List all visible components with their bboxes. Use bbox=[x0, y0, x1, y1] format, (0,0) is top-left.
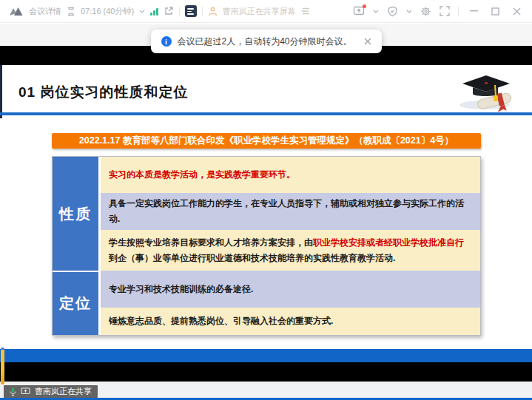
share-select-icon[interactable] bbox=[353, 6, 365, 16]
table-group: 定位专业学习和技术技能训练的必备途径.锤炼意志品质、提前熟悉岗位、引导融入社会的… bbox=[53, 271, 480, 335]
meeting-limit-toast: i 会议已超过2人，自动转为40分钟限时会议。 bbox=[150, 30, 381, 53]
screen-share-icon bbox=[21, 387, 30, 396]
table-row: 专业学习和技术技能训练的必备途径. bbox=[101, 271, 480, 308]
table-row: 锤炼意志品质、提前熟悉岗位、引导融入社会的重要方式. bbox=[101, 308, 480, 335]
minimize-icon[interactable] bbox=[467, 4, 480, 18]
open-external-icon[interactable] bbox=[164, 6, 174, 16]
close-icon[interactable] bbox=[510, 4, 523, 18]
meeting-toolbar: 会议详情 07:16 (40分钟) 曹南岚正在共享屏幕 bbox=[0, 0, 532, 23]
meeting-logo-icon bbox=[9, 7, 24, 16]
hourglass-icon bbox=[67, 7, 75, 16]
meeting-timer[interactable]: 07:16 (40分钟) bbox=[81, 6, 134, 17]
maximize-icon[interactable] bbox=[488, 4, 502, 18]
toolbar-divider bbox=[458, 7, 459, 16]
table-group-label: 性质 bbox=[53, 157, 98, 271]
toast-message: 会议已超过2人，自动转为40分钟限时会议。 bbox=[177, 35, 351, 48]
list-icon[interactable] bbox=[301, 7, 310, 15]
table-group-label: 定位 bbox=[53, 272, 98, 335]
graduation-cap-image bbox=[452, 71, 520, 114]
sharing-indicator-badge[interactable]: 曹南岚正在共享 bbox=[4, 385, 98, 398]
scroll-indicator[interactable] bbox=[1, 348, 4, 384]
toolbar-divider bbox=[202, 7, 203, 16]
table-row: 学生按照专业培养目标要求和人才培养方案安排，由职业学校安排或者经职业学校批准自行… bbox=[101, 230, 480, 271]
sharing-status-label: 曹南岚正在共享屏幕 bbox=[223, 6, 296, 17]
fullscreen-icon[interactable] bbox=[440, 6, 450, 16]
signal-icon[interactable] bbox=[150, 7, 158, 16]
notification-dot bbox=[363, 4, 366, 8]
gear-icon[interactable] bbox=[420, 6, 431, 17]
table-row: 具备一定实践岗位工作能力的学生，在专业人员指导下，辅助或相对独立参与实际工作的活… bbox=[101, 193, 480, 230]
sharing-indicator-label: 曹南岚正在共享 bbox=[35, 386, 92, 397]
chevron-down-icon[interactable] bbox=[139, 10, 145, 13]
notes-doc-icon[interactable] bbox=[185, 5, 197, 17]
shared-slide: 01 岗位实习的性质和定位 2022.1.17 教育部等八部门联合印发《职业学校… bbox=[0, 65, 532, 349]
slide-left-edge bbox=[0, 65, 2, 118]
close-icon[interactable] bbox=[364, 38, 371, 45]
slide-title: 01 岗位实习的性质和定位 bbox=[18, 83, 188, 102]
letterbox-bottom bbox=[0, 362, 532, 382]
info-icon: i bbox=[161, 36, 171, 47]
table-row: 实习的本质是教学活动，是实践教学重要环节。 bbox=[101, 157, 480, 193]
title-underline bbox=[0, 112, 532, 115]
chevron-down-icon[interactable] bbox=[373, 10, 379, 13]
slide-footer-bar bbox=[0, 349, 532, 362]
internship-table: 性质实习的本质是教学活动，是实践教学重要环节。具备一定实践岗位工作能力的学生，在… bbox=[52, 156, 481, 336]
chevron-down-icon[interactable] bbox=[406, 10, 412, 13]
policy-banner: 2022.1.17 教育部等八部门联合印发《职业学校学生实习管理规定》（教职成〔… bbox=[52, 133, 481, 149]
meeting-window: 会议详情 07:16 (40分钟) 曹南岚正在共享屏幕 bbox=[0, 0, 532, 400]
shield-check-icon[interactable] bbox=[387, 6, 398, 17]
mic-icon bbox=[10, 387, 16, 396]
table-group: 性质实习的本质是教学活动，是实践教学重要环节。具备一定实践岗位工作能力的学生，在… bbox=[53, 157, 480, 271]
presenter-icon bbox=[208, 7, 218, 16]
meeting-details-button[interactable]: 会议详情 bbox=[29, 6, 61, 17]
toolbar-divider bbox=[179, 7, 180, 16]
